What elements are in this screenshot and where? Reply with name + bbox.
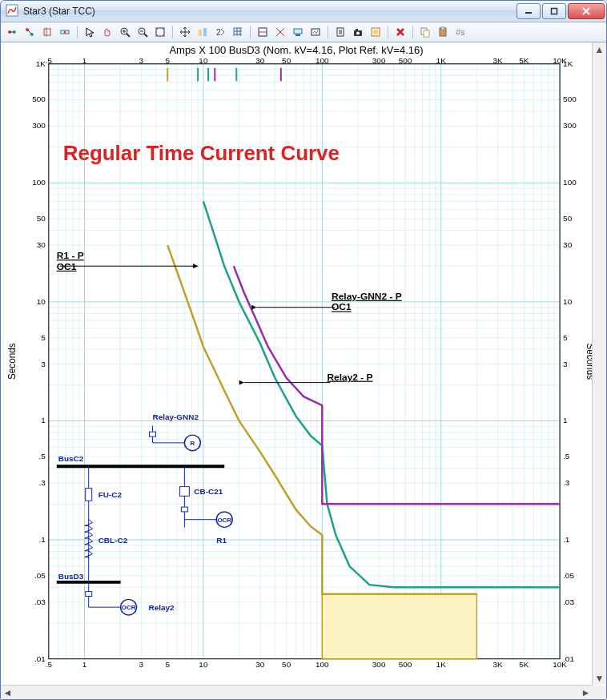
svg-text:R1: R1 [216,536,227,545]
scroll-left-icon[interactable]: ◄ [1,686,14,699]
svg-text:1K: 1K [563,59,573,68]
svg-text:30: 30 [255,661,265,670]
window-title: Star3 (Star TCC) [23,6,517,17]
svg-text:50: 50 [282,661,291,670]
svg-text:.01: .01 [563,654,574,663]
svg-rect-221 [86,489,92,501]
svg-text:2: 2 [216,28,221,37]
scroll-right-icon[interactable]: ► [579,686,593,699]
svg-rect-227 [86,592,92,597]
svg-text:300: 300 [372,661,386,670]
crosshair-icon[interactable] [272,24,288,40]
svg-line-14 [127,34,130,37]
svg-text:300: 300 [372,56,386,65]
toolbar-button[interactable] [195,24,211,40]
svg-text:.03: .03 [34,597,46,606]
svg-rect-45 [441,27,444,30]
plot-header: Amps X 100 BusD3 (Nom. kV=4.16, Plot Ref… [1,42,592,56]
svg-line-18 [144,34,147,37]
svg-text:500: 500 [399,661,412,670]
svg-text:1: 1 [563,416,568,425]
window-controls [517,3,605,19]
svg-text:1: 1 [82,56,87,65]
shaded-region [322,594,476,659]
toolbar-separator [77,26,78,38]
svg-text:.5: .5 [46,56,53,65]
svg-text:3K: 3K [492,661,503,670]
svg-text:FU-C2: FU-C2 [98,490,123,499]
zoom-out-icon[interactable] [135,24,151,40]
toolbar-button[interactable] [39,24,55,40]
svg-text:OCR: OCR [122,604,136,611]
svg-point-41 [373,30,378,34]
camera-icon[interactable] [350,24,366,40]
scrollbar-horizontal[interactable]: ◄ ► [1,685,593,699]
svg-rect-39 [356,29,358,30]
svg-text:.05: .05 [563,571,574,580]
zoom-fit-icon[interactable] [152,24,168,40]
svg-text:.5: .5 [46,661,53,670]
svg-text:OCR: OCR [217,517,231,524]
scroll-corner [593,686,606,699]
svg-point-38 [356,32,360,35]
scroll-down-icon[interactable]: ▼ [593,671,606,685]
svg-text:10: 10 [199,661,208,670]
svg-text:3: 3 [139,661,144,670]
svg-text:Relay-GNN2 - P: Relay-GNN2 - P [332,291,402,302]
toolbar-button[interactable] [22,24,38,40]
svg-text:5K: 5K [519,56,529,65]
svg-text:R1 - P: R1 - P [57,250,84,261]
delete-icon[interactable] [392,24,408,40]
toolbar-button[interactable] [368,24,384,40]
svg-text:BusC2: BusC2 [58,454,84,463]
svg-text:5: 5 [563,333,568,342]
pointer-tool-icon[interactable] [82,24,98,40]
toolbar-button[interactable] [308,24,324,40]
svg-rect-233 [179,487,189,497]
toolbar-button[interactable] [290,24,306,40]
svg-text:.3: .3 [563,478,570,487]
svg-text:100: 100 [316,56,329,65]
toolbar-button[interactable] [4,24,20,40]
grid-icon[interactable] [230,24,246,40]
toolbar-separator [328,26,328,38]
svg-text:1: 1 [82,661,87,670]
svg-text:1K: 1K [436,56,447,65]
scrollbar-vertical[interactable]: ▲ ▼ [592,42,606,685]
svg-text:500: 500 [563,95,577,104]
tcc-plot[interactable]: .51351030501003005001K3K5K10K.5135103050… [1,56,592,682]
toolbar-button[interactable] [255,24,271,40]
toolbar-separator [172,26,173,38]
minimize-button[interactable] [517,3,541,19]
paste-icon[interactable] [435,24,451,40]
svg-text:Relay2: Relay2 [149,603,175,612]
pan-tool-icon[interactable] [99,24,115,40]
toolbar-button[interactable] [57,24,73,40]
svg-text:.01: .01 [34,654,46,663]
svg-text:30: 30 [255,56,265,65]
svg-text:Seconds: Seconds [585,343,592,380]
copy-icon[interactable] [417,24,433,40]
svg-rect-2 [552,9,557,14]
close-button[interactable] [568,3,605,19]
toolbar-separator [412,26,413,38]
svg-rect-24 [203,28,207,36]
content-area: Amps X 100 BusD3 (Nom. kV=4.16, Plot Ref… [1,42,606,699]
svg-text:10: 10 [199,56,208,65]
svg-text:3: 3 [563,360,568,368]
move-icon[interactable] [177,24,193,40]
maximize-button[interactable] [542,3,566,19]
svg-text:.5: .5 [39,452,46,461]
svg-text:100: 100 [316,661,329,670]
svg-rect-23 [199,30,202,36]
svg-text:50: 50 [37,214,46,223]
svg-text:10: 10 [563,297,573,306]
title-bar: Star3 (Star TCC) [1,1,606,22]
toolbar-button[interactable]: 2 [212,24,228,40]
svg-text:1K: 1K [36,59,46,68]
svg-rect-30 [294,29,302,34]
svg-text:5: 5 [41,333,46,342]
report-icon[interactable] [332,24,348,40]
scroll-up-icon[interactable]: ▲ [593,42,606,56]
zoom-in-icon[interactable] [117,24,133,40]
